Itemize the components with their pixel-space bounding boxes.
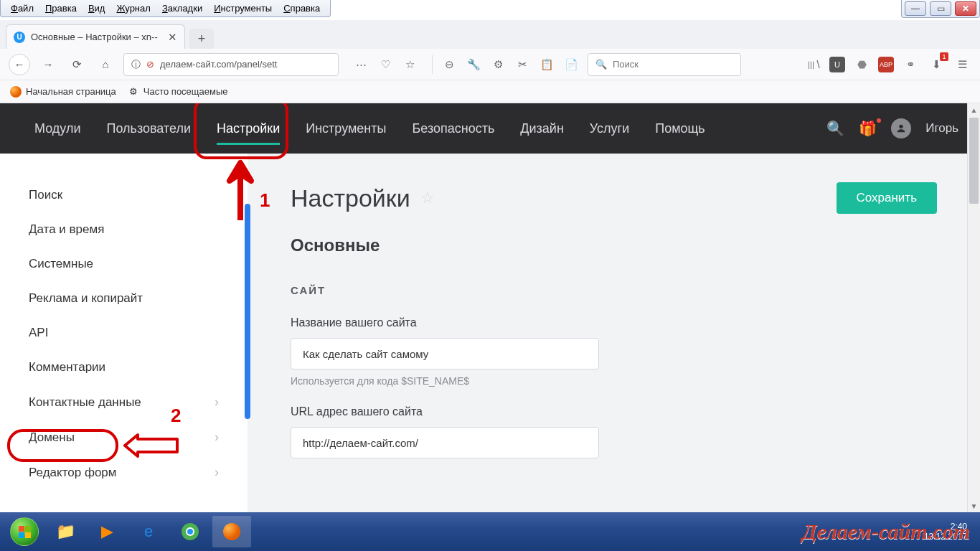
settings-sidebar: Поиск Дата и время Системные Реклама и к… xyxy=(0,154,248,512)
input-siteurl[interactable] xyxy=(291,427,599,458)
search-icon[interactable]: 🔍 xyxy=(826,120,844,137)
library-icon[interactable]: ⫼\ xyxy=(804,55,822,74)
url-text: делаем-сайт.com/panel/sett xyxy=(160,59,331,70)
abp-icon[interactable]: ABP xyxy=(878,57,894,72)
wrench-icon[interactable]: 🔧 xyxy=(464,55,483,74)
menu-edit[interactable]: Правка xyxy=(39,1,83,15)
new-tab-button[interactable]: + xyxy=(189,29,214,49)
menu-view[interactable]: Вид xyxy=(83,1,111,15)
nav-users[interactable]: Пользователи xyxy=(93,103,203,154)
system-tray[interactable]: 2:40 13.12.2017 xyxy=(917,522,974,542)
settings-main: Настройки ☆ Сохранить Основные САЙТ Назв… xyxy=(248,154,980,512)
site-topnav: Модули Пользователи Настройки Инструмент… xyxy=(0,103,980,154)
menu-bookmarks[interactable]: Закладки xyxy=(156,1,208,15)
chevron-right-icon: › xyxy=(215,465,219,480)
sidebar-item-api[interactable]: API xyxy=(0,316,248,350)
os-menubar: Файл Правка Вид Журнал Закладки Инструме… xyxy=(0,0,331,17)
more-icon[interactable]: ⋯ xyxy=(352,55,370,74)
menu-help[interactable]: Справка xyxy=(278,1,326,15)
sidebar-item-form-editor[interactable]: Редактор форм› xyxy=(0,455,248,490)
bookmark-label: Начальная страница xyxy=(26,86,116,97)
chevron-right-icon: › xyxy=(215,395,219,410)
maximize-button[interactable]: ▭ xyxy=(930,1,951,16)
avatar-icon[interactable] xyxy=(891,118,911,138)
nav-security[interactable]: Безопасность xyxy=(399,103,507,154)
reload-button[interactable]: ⟳ xyxy=(66,54,88,75)
tray-time: 2:40 xyxy=(951,522,967,532)
taskbar: 📁 ▶ e 2:40 13.12.2017 xyxy=(0,512,980,551)
browser-window: U Основные – Настройки – xn-- ✕ + ← → ⟳ … xyxy=(0,20,980,512)
navigation-bar: ← → ⟳ ⌂ ⓘ ⊘ делаем-сайт.com/panel/sett ⋯… xyxy=(0,49,980,80)
nav-services[interactable]: Услуги xyxy=(577,103,642,154)
block-icon[interactable]: ⊖ xyxy=(440,55,458,74)
gear-icon: ⚙ xyxy=(128,86,139,98)
sidebar-item-ads[interactable]: Реклама и копирайт xyxy=(0,281,248,316)
forward-button[interactable]: → xyxy=(37,54,59,75)
home-button[interactable]: ⌂ xyxy=(95,54,116,75)
hamburger-icon[interactable]: ☰ xyxy=(953,55,971,74)
start-button[interactable] xyxy=(6,516,43,547)
star-icon[interactable]: ☆ xyxy=(400,55,419,74)
save-button[interactable]: Сохранить xyxy=(837,182,937,214)
clipboard-icon[interactable]: 📋 xyxy=(537,55,556,74)
browser-tab[interactable]: U Основные – Настройки – xn-- ✕ xyxy=(6,24,185,49)
tab-bar: U Основные – Настройки – xn-- ✕ + xyxy=(0,20,980,49)
menu-tools[interactable]: Инструменты xyxy=(208,1,278,15)
nav-tools[interactable]: Инструменты xyxy=(293,103,399,154)
nav-modules[interactable]: Модули xyxy=(22,103,93,154)
sidebar-item-contacts[interactable]: Контактные данные› xyxy=(0,385,248,420)
user-name[interactable]: Игорь xyxy=(925,121,958,136)
scroll-up-icon[interactable]: ▲ xyxy=(968,103,980,116)
page-scrollbar[interactable]: ▲ ▼ xyxy=(967,103,980,512)
scroll-thumb[interactable] xyxy=(969,118,979,204)
gift-icon[interactable]: 🎁 xyxy=(859,120,877,137)
task-firefox[interactable] xyxy=(212,516,251,547)
tray-date: 13.12.2017 xyxy=(924,532,967,542)
search-icon: 🔍 xyxy=(595,59,607,70)
input-sitename[interactable] xyxy=(291,338,599,369)
paste-icon[interactable]: 📄 xyxy=(562,55,580,74)
download-icon[interactable]: ⬇ xyxy=(927,55,946,74)
task-chrome[interactable] xyxy=(171,516,209,547)
url-bar[interactable]: ⓘ ⊘ делаем-сайт.com/panel/sett xyxy=(123,53,339,76)
back-button[interactable]: ← xyxy=(9,54,30,75)
sidebar-item-datetime[interactable]: Дата и время xyxy=(0,212,248,247)
sidebar-scrollbar[interactable] xyxy=(245,204,250,419)
nav-help[interactable]: Помощь xyxy=(642,103,718,154)
scroll-down-icon[interactable]: ▼ xyxy=(968,499,980,512)
addon2-icon[interactable]: ⚭ xyxy=(901,55,920,74)
field-help-sitename: Используется для кода $SITE_NAME$ xyxy=(291,375,937,387)
page-viewport: Модули Пользователи Настройки Инструмент… xyxy=(0,103,980,512)
bookmark-frequent[interactable]: ⚙ Часто посещаемые xyxy=(128,86,228,98)
tab-close-icon[interactable]: ✕ xyxy=(168,31,177,44)
task-mediaplayer[interactable]: ▶ xyxy=(88,516,126,547)
search-bar[interactable]: 🔍 xyxy=(588,53,741,76)
ublock-icon[interactable]: U xyxy=(829,57,845,72)
nav-design[interactable]: Дизайн xyxy=(507,103,577,154)
scissors-icon[interactable]: ✂ xyxy=(513,55,532,74)
chevron-right-icon: › xyxy=(215,430,219,445)
addon1-icon[interactable]: ⬣ xyxy=(852,55,871,74)
gear-icon[interactable]: ⚙ xyxy=(489,55,507,74)
bookmark-home[interactable]: Начальная страница xyxy=(10,86,116,98)
task-explorer[interactable]: 📁 xyxy=(46,516,85,547)
info-icon[interactable]: ⓘ xyxy=(131,58,141,71)
sidebar-item-system[interactable]: Системные xyxy=(0,247,248,281)
menu-file[interactable]: Файл xyxy=(5,1,39,15)
minimize-button[interactable]: — xyxy=(905,1,926,16)
menu-history[interactable]: Журнал xyxy=(110,1,156,15)
bookmark-label: Часто посещаемые xyxy=(143,86,228,97)
sidebar-item-search[interactable]: Поиск xyxy=(0,178,248,212)
search-input[interactable] xyxy=(613,59,733,70)
sidebar-item-comments[interactable]: Комментарии xyxy=(0,350,248,385)
firefox-icon xyxy=(10,86,22,98)
favorite-star-icon[interactable]: ☆ xyxy=(420,189,435,207)
page-title: Настройки xyxy=(291,184,410,212)
sidebar-item-domains[interactable]: Домены› xyxy=(0,420,248,455)
nav-settings[interactable]: Настройки xyxy=(204,103,293,154)
task-ie[interactable]: e xyxy=(129,516,168,547)
shield-icon[interactable]: ♡ xyxy=(376,55,395,74)
tracking-icon[interactable]: ⊘ xyxy=(146,59,154,70)
close-button[interactable]: ✕ xyxy=(955,1,976,16)
svg-point-0 xyxy=(900,125,903,128)
